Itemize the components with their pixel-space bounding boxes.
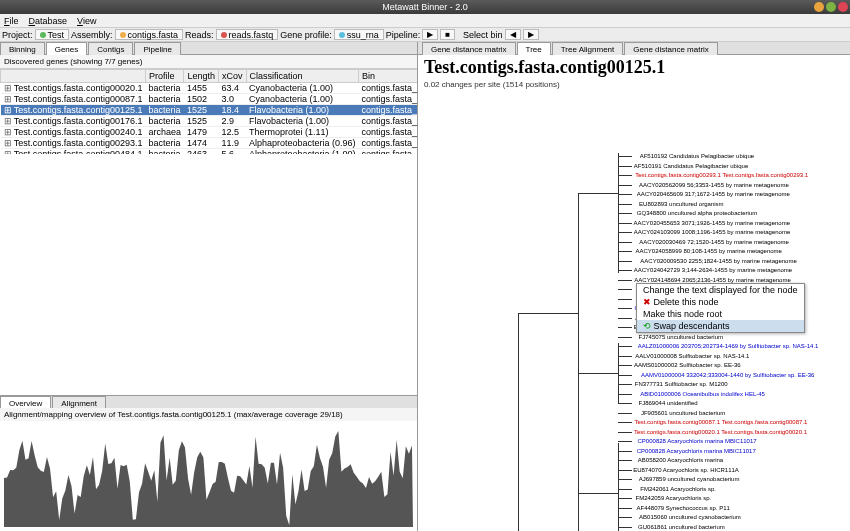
menu-database[interactable]: Database (29, 16, 68, 26)
close-button[interactable] (838, 2, 848, 12)
tree-area[interactable]: AF510192 Candidatus Pelagibacter ubiqueA… (418, 93, 850, 531)
tab-gdm2[interactable]: Gene distance matrix (624, 42, 718, 55)
dot-icon (221, 32, 227, 38)
tree-node[interactable]: AB015060 uncultured cyanobacterium (639, 514, 741, 520)
selectbin-label: Select bin (463, 30, 503, 40)
pipeline-play[interactable]: ▶ (422, 29, 438, 40)
tree-node[interactable]: AAMV01000004 332042;333004-1440 by Sulfi… (641, 372, 814, 378)
tab-pipeline[interactable]: Pipeline (134, 42, 180, 55)
table-row[interactable]: Test.contigs.fasta.contig00293.1bacteria… (1, 138, 418, 149)
tab-tree[interactable]: Tree (517, 42, 551, 55)
geneprofile-btn[interactable]: ssu_rna (334, 29, 384, 40)
tree-node[interactable]: ABID01000006 Oceanibulbus indolifex HEL-… (640, 391, 765, 397)
table-row[interactable]: Test.contigs.fasta.contig00176.1bacteria… (1, 116, 418, 127)
ctx-change-text[interactable]: Change the text displayed for the node (637, 284, 804, 296)
col-class[interactable]: Classification (246, 70, 359, 83)
tree-node[interactable]: AACY024148694 2065;2136-1455 by marine m… (634, 277, 790, 283)
pipeline-label: Pipeline: (386, 30, 421, 40)
assembly-label: Assembly: (71, 30, 113, 40)
geneprofile-label: Gene profile: (280, 30, 332, 40)
tree-node[interactable]: EU802893 uncultured organism (639, 201, 723, 207)
tree-node[interactable]: AACY020465609 317;1672-1455 by marine me… (637, 191, 790, 197)
tree-node[interactable]: AF448079 Synechococcus sp. P11 (636, 505, 729, 511)
tree-node[interactable]: AF510191 Candidatus Pelagibacter ubique (634, 163, 748, 169)
tree-node[interactable]: Test.contigs.fasta.contig00020.1 Test.co… (634, 429, 807, 435)
tree-node[interactable]: CP000828 Acaryochloris marina MBIC11017 (638, 438, 757, 444)
minimize-button[interactable] (814, 2, 824, 12)
tree-node[interactable]: AACY020030469 72;1520-1455 by marine met… (639, 239, 789, 245)
coverage-chart (0, 421, 417, 531)
table-row[interactable]: Test.contigs.fasta.contig00125.1bacteria… (1, 105, 418, 116)
chart-info: Alignment/mapping overview of Test.conti… (0, 408, 417, 421)
tree-node[interactable]: FJ745075 uncultured bacterium (639, 334, 723, 340)
genes-table: Profile Length xCov Classification Bin T… (0, 69, 417, 154)
tree-node[interactable]: AACY020009530 2255;1824-1455 by marine m… (640, 258, 796, 264)
tree-node[interactable]: AALV01000008 Sulfitobacter sp. NAS-14.1 (635, 353, 749, 359)
dot-icon (339, 32, 345, 38)
col-name[interactable] (1, 70, 146, 83)
table-row[interactable]: Test.contigs.fasta.contig00087.1bacteria… (1, 94, 418, 105)
tree-node[interactable]: AACY024103099 1008;1196-1455 by marine m… (634, 229, 790, 235)
tree-node[interactable]: FN377731 Sulfitobacter sp. M1200 (635, 381, 728, 387)
pipeline-stop[interactable]: ■ (440, 29, 455, 40)
tree-node[interactable]: FM242061 Acaryochloris sp. (640, 486, 716, 492)
tree-node[interactable]: AACY020455653 3071;1926-1455 by marine m… (634, 220, 790, 226)
col-bin[interactable]: Bin (359, 70, 417, 83)
right-tabs: Gene distance matrix Tree Tree Alignment… (418, 42, 850, 55)
tree-title: Test.contigs.fasta.contig00125.1 (418, 55, 850, 80)
assembly-btn[interactable]: contigs.fasta (115, 29, 184, 40)
tree-node[interactable]: AF510192 Candidatus Pelagibacter ubique (640, 153, 754, 159)
tree-node[interactable]: AALZ01000006 203705;202734-1469 by Sulfi… (638, 343, 819, 349)
tab-contigs[interactable]: Contigs (88, 42, 133, 55)
tree-node[interactable]: AB058200 Acaryochloris marina (638, 457, 723, 463)
tab-treealign[interactable]: Tree Alignment (552, 42, 624, 55)
selectbin-prev[interactable]: ◀ (505, 29, 521, 40)
table-row[interactable]: Test.contigs.fasta.contig00020.1bacteria… (1, 83, 418, 94)
dot-icon (120, 32, 126, 38)
tree-node[interactable]: EU874070 Acaryochloris sp. HICR111A (633, 467, 739, 473)
swap-icon: ⟲ (643, 321, 654, 331)
col-length[interactable]: Length (184, 70, 219, 83)
tree-node[interactable]: GQ348800 uncultured alpha proteobacteriu… (637, 210, 757, 216)
table-spacer (0, 154, 417, 395)
tree-node[interactable]: AAMS01000002 Sulfitobacter sp. EE-36 (634, 362, 741, 368)
project-label: Project: (2, 30, 33, 40)
maximize-button[interactable] (826, 2, 836, 12)
ctx-make-root[interactable]: Make this node root (637, 308, 804, 320)
toolbar: Project: Test Assembly: contigs.fasta Re… (0, 28, 850, 42)
left-panel: Binning Genes Contigs Pipeline Discovere… (0, 42, 418, 531)
titlebar: Metawatt Binner - 2.0 (0, 0, 850, 14)
project-btn[interactable]: Test (35, 29, 70, 40)
x-icon: ✖ (643, 297, 654, 307)
tree-node[interactable]: AACY024042729 3;144-2634-1455 by marine … (634, 267, 792, 273)
tab-gdm[interactable]: Gene distance matrix (422, 42, 516, 55)
ctx-swap[interactable]: ⟲ Swap descendants (637, 320, 804, 332)
tree-subtitle: 0.02 changes per site (1514 positions) (418, 80, 850, 93)
tree-node[interactable]: CP000828 Acaryochloris marina MBIC11017 (637, 448, 756, 454)
col-xcov[interactable]: xCov (219, 70, 247, 83)
tab-binning[interactable]: Binning (0, 42, 45, 55)
tab-genes[interactable]: Genes (46, 42, 88, 55)
menubar: File Database View (0, 14, 850, 28)
col-profile[interactable]: Profile (145, 70, 184, 83)
window-title: Metawatt Binner - 2.0 (4, 2, 846, 12)
reads-btn[interactable]: reads.fastq (216, 29, 279, 40)
tree-node[interactable]: Test.contigs.fasta.contig00293.1 Test.co… (635, 172, 808, 178)
ctx-delete[interactable]: ✖ Delete this node (637, 296, 804, 308)
tree-node[interactable]: FJ869044 unidentified (639, 400, 698, 406)
selectbin-next[interactable]: ▶ (523, 29, 539, 40)
tree-node[interactable]: Test.contigs.fasta.contig00087.1 Test.co… (634, 419, 807, 425)
tree-node[interactable]: AACY020562099 56;3353-1455 by marine met… (639, 182, 789, 188)
menu-view[interactable]: View (77, 16, 96, 26)
tree-node[interactable]: GU061861 uncultured bacterium (638, 524, 725, 530)
tree-node[interactable]: AACY024058999 80;108-1455 by marine meta… (635, 248, 781, 254)
context-menu: Change the text displayed for the node ✖… (636, 283, 805, 333)
menu-file[interactable]: File (4, 16, 19, 26)
right-panel: Gene distance matrix Tree Tree Alignment… (418, 42, 850, 531)
tree-node[interactable]: FM242059 Acaryochloris sp. (636, 495, 712, 501)
table-row[interactable]: Test.contigs.fasta.contig00240.1archaea1… (1, 127, 418, 138)
dot-icon (40, 32, 46, 38)
tree-node[interactable]: AJ697859 uncultured cyanobacterium (639, 476, 740, 482)
reads-label: Reads: (185, 30, 214, 40)
tree-node[interactable]: JF905601 uncultured bacterium (641, 410, 725, 416)
